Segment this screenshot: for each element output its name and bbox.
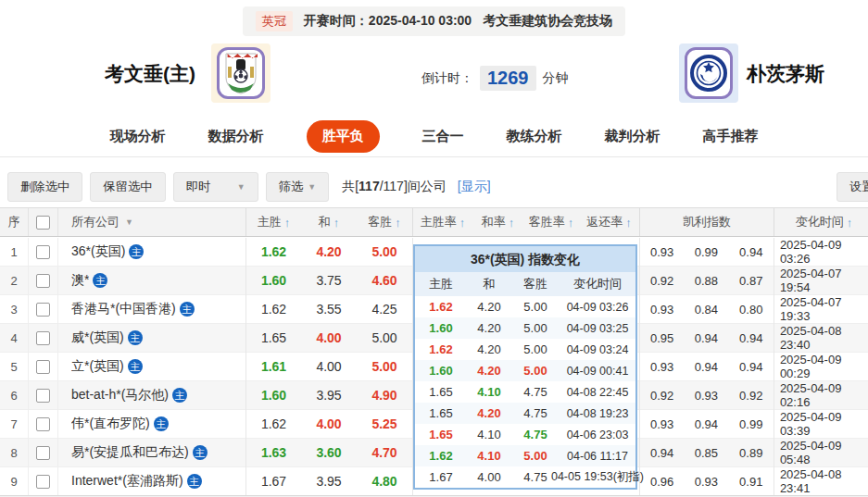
header-kelly: 凯利指数: [639, 208, 774, 236]
select-all-checkbox[interactable]: [36, 216, 50, 230]
home-odds: 1.60: [245, 381, 301, 410]
row-index: 7: [0, 410, 28, 439]
away-odds: 5.00: [357, 324, 412, 353]
header-return-rate[interactable]: 返还率↑: [579, 208, 639, 236]
home-team-logo: [211, 43, 270, 103]
home-team-name: 考文垂(主): [105, 61, 195, 87]
venue-name: 考文垂建筑协会竞技场: [483, 13, 612, 30]
popup-home-odds: 1.65: [415, 428, 467, 441]
company-name: 香港马*(中国香港): [71, 301, 176, 317]
sort-up-icon: ↑: [509, 216, 515, 230]
row-checkbox[interactable]: [36, 446, 50, 460]
toolbar: 删除选中 保留选中 即时 ▼ 筛选 ▼ 共[117/117]间公司 [显示]: [7, 172, 491, 202]
popup-home-odds: 1.60: [415, 364, 467, 378]
kelly-away: 0.99: [729, 410, 774, 439]
popup-header-away: 客胜: [511, 276, 560, 292]
keep-selected-button[interactable]: 保留选中: [90, 172, 165, 202]
popup-away-odds: 5.00: [511, 321, 560, 335]
popup-home-odds: 1.65: [415, 406, 467, 420]
change-time: 2025-04-09 03:26: [774, 238, 868, 267]
kelly-away: 0.92: [729, 381, 774, 410]
away-team-name: 朴茨茅斯: [747, 61, 824, 87]
tab-live-analysis[interactable]: 现场分析: [110, 128, 166, 145]
header-away-rate[interactable]: 客胜率↑: [523, 208, 579, 236]
home-odds: 1.61: [245, 353, 301, 381]
popup-row: 1.62 4.20 5.00 04-09 03:26: [415, 296, 635, 317]
odds-mode-dropdown[interactable]: 即时 ▼: [173, 172, 258, 202]
company-cell[interactable]: Interwet*(塞浦路斯) 主: [57, 467, 245, 496]
popup-row: 1.65 4.10 4.75 04-08 22:45: [415, 381, 635, 403]
settings-button[interactable]: 设置/选择: [837, 172, 868, 202]
filter-dropdown[interactable]: 筛选 ▼: [266, 172, 330, 202]
popup-row: 1.65 4.20 4.75 04-08 19:23: [415, 403, 635, 424]
tab-expert-recommend[interactable]: 高手推荐: [703, 128, 759, 145]
home-odds: 1.67: [245, 467, 301, 496]
popup-draw-odds: 4.20: [467, 342, 511, 356]
tab-coach-analysis[interactable]: 教练分析: [507, 128, 562, 145]
match-info-bar: 英冠 开赛时间：2025-04-10 03:00 考文垂建筑协会竞技场: [0, 6, 868, 36]
tab-data-analysis[interactable]: 数据分析: [208, 128, 264, 145]
company-cell[interactable]: 香港马*(中国香港) 主: [57, 295, 245, 324]
row-checkbox[interactable]: [36, 389, 50, 403]
row-checkbox[interactable]: [36, 274, 50, 288]
row-checkbox-cell: [28, 295, 57, 324]
kelly-home: 0.92: [639, 267, 684, 295]
draw-odds: 4.00: [301, 324, 357, 353]
tab-three-in-one[interactable]: 三合一: [422, 128, 464, 145]
row-checkbox-cell: [28, 410, 57, 439]
home-tag-icon: 主: [187, 474, 202, 489]
draw-odds: 4.00: [301, 410, 357, 439]
kickoff-time: 开赛时间：2025-04-10 03:00: [304, 13, 472, 30]
company-cell[interactable]: 威*(英国) 主: [57, 324, 245, 353]
row-checkbox[interactable]: [36, 417, 50, 431]
delete-selected-button[interactable]: 删除选中: [7, 172, 82, 202]
kelly-draw: 0.88: [684, 267, 728, 295]
row-checkbox[interactable]: [36, 245, 50, 259]
company-name: 36*(英国): [71, 243, 125, 260]
header-draw-odds[interactable]: 和↑: [301, 208, 357, 236]
kelly-draw: 0.85: [684, 439, 728, 467]
home-tag-icon: 主: [128, 359, 143, 374]
show-link[interactable]: [显示]: [458, 179, 491, 195]
header-change-time[interactable]: 变化时间↑: [774, 208, 868, 236]
kelly-draw: 0.94: [684, 410, 728, 439]
kelly-away: 0.87: [729, 267, 774, 295]
popup-home-odds: 1.60: [415, 321, 467, 335]
tab-win-draw-lose[interactable]: 胜平负: [307, 120, 380, 153]
row-index: 3: [0, 295, 28, 324]
kelly-home: 0.96: [639, 467, 684, 496]
row-checkbox-cell: [28, 381, 57, 410]
portsmouth-crest-icon: [689, 54, 728, 93]
company-cell[interactable]: 36*(英国) 主: [57, 238, 245, 267]
row-checkbox[interactable]: [36, 331, 50, 345]
row-index: 2: [0, 267, 28, 295]
company-cell[interactable]: 易*(安提瓜和巴布达) 主: [57, 439, 245, 467]
header-company[interactable]: 所有公司 ▼: [57, 208, 245, 236]
away-odds: 4.60: [357, 267, 412, 295]
popup-draw-odds: 4.10: [467, 385, 511, 399]
popup-draw-odds: 4.20: [467, 406, 511, 420]
company-cell[interactable]: 立*(英国) 主: [57, 353, 245, 381]
sort-up-icon: ↑: [568, 216, 574, 230]
popup-away-odds: 4.75: [511, 406, 560, 420]
tab-referee-analysis[interactable]: 裁判分析: [605, 128, 660, 145]
away-odds: 5.00: [357, 238, 412, 267]
popup-row: 1.60 4.20 5.00 04-09 00:41: [415, 360, 635, 381]
popup-change-time: 04-09 03:24: [560, 343, 635, 356]
popup-row: 1.62 4.20 5.00 04-09 03:24: [415, 339, 635, 360]
popup-away-odds: 5.00: [511, 364, 560, 378]
company-cell[interactable]: 澳* 主: [57, 267, 245, 295]
header-home-rate[interactable]: 主胜率↑: [412, 208, 472, 236]
company-cell[interactable]: 伟*(直布罗陀) 主: [57, 410, 245, 439]
countdown-value: 1269: [480, 66, 536, 91]
home-odds: 1.62: [245, 295, 301, 324]
header-draw-rate[interactable]: 和率↑: [472, 208, 523, 236]
popup-away-odds: 4.75: [511, 385, 560, 399]
row-checkbox[interactable]: [36, 475, 50, 489]
header-home-odds[interactable]: 主胜↑: [245, 208, 301, 236]
row-checkbox[interactable]: [36, 303, 50, 317]
sort-up-icon: ↑: [459, 216, 466, 230]
header-away-odds[interactable]: 客胜↑: [357, 208, 412, 236]
row-checkbox[interactable]: [36, 360, 50, 374]
company-cell[interactable]: bet-at-h*(马尔他) 主: [57, 381, 245, 410]
